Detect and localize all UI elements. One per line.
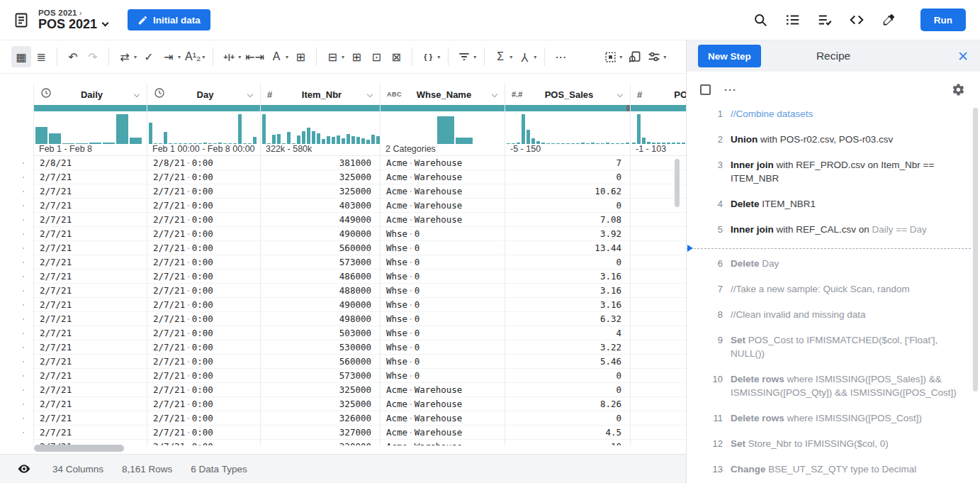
histogram-bar[interactable] [611, 143, 614, 144]
table-cell[interactable]: 3.16 [505, 284, 630, 298]
histogram-bar[interactable] [116, 114, 128, 144]
table-cell[interactable]: Acme·Warehouse [381, 156, 505, 170]
histogram-bar[interactable] [456, 138, 473, 144]
histogram-bar[interactable] [287, 132, 291, 144]
histogram-bar[interactable] [596, 143, 599, 144]
gear-icon[interactable] [950, 81, 967, 98]
table-cell[interactable] [631, 227, 686, 241]
breadcrumb[interactable]: POS 2021› [38, 9, 108, 17]
column-histogram[interactable] [147, 111, 260, 144]
list-icon[interactable] [784, 11, 801, 28]
functions-button[interactable]: { }▾ [418, 46, 442, 67]
histogram-bar[interactable] [272, 135, 276, 144]
histogram-bar[interactable] [626, 143, 629, 144]
table-cell[interactable]: Acme·Warehouse [381, 440, 505, 445]
histogram-bar[interactable] [164, 132, 167, 144]
recipe-step-10[interactable]: 10Delete rows where ISMISSING([POS_Sales… [687, 372, 980, 399]
table-cell[interactable]: 10.62 [505, 184, 630, 199]
row-handle[interactable] [0, 284, 33, 298]
column-header-pos_sales[interactable]: #.#POS_Sales [505, 84, 630, 105]
table-cell[interactable]: 0 [505, 170, 630, 184]
table-cell[interactable] [631, 326, 686, 340]
table-cell[interactable]: 2/7/21·0:00 [147, 298, 260, 312]
table-cell[interactable]: 0 [505, 369, 630, 383]
table-cell[interactable]: Acme·Warehouse [381, 383, 505, 397]
select-all-checkbox[interactable] [700, 84, 711, 95]
table-cell[interactable]: 381000 [261, 156, 380, 170]
histogram-bar[interactable] [586, 143, 590, 144]
histogram-bar[interactable] [571, 143, 575, 144]
table-cell[interactable]: 7.08 [505, 213, 630, 227]
table-cell[interactable] [631, 411, 686, 426]
table-cell[interactable]: 330000 [261, 440, 380, 445]
histogram-bar[interactable] [437, 116, 454, 144]
table-cell[interactable]: 2/7/21 [34, 369, 147, 383]
table-cell[interactable]: 2/7/21·0:00 [147, 369, 260, 383]
histogram-bar[interactable] [253, 137, 257, 144]
step-insert-marker[interactable] [687, 248, 971, 249]
lookup-button[interactable] [624, 46, 644, 67]
histogram-bar[interactable] [581, 143, 585, 144]
column-header-pos_qty[interactable]: #POS_Qty [631, 84, 686, 105]
histogram-bar[interactable] [302, 131, 305, 144]
histogram-bar[interactable] [262, 114, 266, 144]
histogram-bar[interactable] [682, 143, 685, 144]
split-column-button[interactable]: +|+▾ [219, 46, 243, 67]
column-menu-chevron-icon[interactable] [134, 91, 140, 97]
table-cell[interactable]: 2/7/21 [34, 213, 147, 227]
format-text-button[interactable]: A▾ [266, 46, 291, 67]
row-handle[interactable] [0, 270, 33, 284]
table-cell[interactable]: 560000 [261, 355, 380, 369]
close-icon[interactable]: ✕ [957, 50, 969, 63]
table-cell[interactable]: 7 [505, 156, 630, 170]
table-cell[interactable]: 573000 [261, 255, 380, 270]
eyedropper-icon[interactable] [880, 11, 897, 28]
table-cell[interactable]: 3.92 [505, 227, 630, 241]
redo-button[interactable]: ↷ [83, 46, 103, 67]
table-cell[interactable]: 2/7/21·0:00 [147, 284, 260, 298]
table-cell[interactable]: Acme·Warehouse [381, 170, 505, 184]
histogram-bar[interactable] [606, 143, 609, 144]
table-cell[interactable]: Whse·0 [381, 312, 505, 326]
table-cell[interactable]: 327000 [261, 426, 380, 440]
table-cell[interactable]: 2/7/21·0:00 [147, 170, 260, 184]
table-cell[interactable] [631, 397, 686, 411]
table-cell[interactable]: 2/7/21 [34, 411, 147, 426]
table-cell[interactable]: 4 [505, 326, 630, 340]
recipe-step-4[interactable]: 4Delete ITEM_NBR1 [687, 197, 980, 211]
histogram-bar[interactable] [351, 136, 355, 144]
table-cell[interactable]: Whse·0 [381, 298, 505, 312]
histogram-bar[interactable] [601, 143, 604, 144]
table-cell[interactable]: 6.32 [505, 312, 630, 326]
row-handle[interactable] [0, 298, 33, 312]
column-menu-chevron-icon[interactable] [492, 91, 497, 97]
table-cell[interactable]: 3.16 [505, 298, 630, 312]
table-cell[interactable]: 2/7/21·0:00 [147, 397, 260, 411]
table-cell[interactable]: Acme·Warehouse [381, 397, 505, 411]
recipe-step-1[interactable]: 1//Combine datasets [687, 107, 980, 121]
table-cell[interactable]: 325000 [261, 397, 380, 411]
column-header-whse_name[interactable]: ABCWhse_Name [381, 84, 505, 105]
histogram-bar[interactable] [366, 140, 370, 144]
histogram-bar[interactable] [342, 138, 345, 144]
table-cell[interactable]: 2/7/21·0:00 [147, 340, 260, 355]
row-handle[interactable] [0, 355, 33, 369]
table-cell[interactable] [631, 241, 686, 255]
unpivot-button[interactable]: ⊡ [366, 46, 386, 67]
table-cell[interactable]: 8.26 [505, 397, 630, 411]
column-histogram[interactable] [34, 111, 147, 144]
table-cell[interactable]: 488000 [261, 284, 380, 298]
recipe-step-3[interactable]: 3Inner join with REF_PROD.csv on Item_Nb… [687, 158, 980, 185]
histogram-bar[interactable] [667, 143, 670, 144]
run-button[interactable]: Run [920, 9, 966, 31]
table-cell[interactable]: 403000 [261, 199, 380, 213]
table-cell[interactable] [631, 440, 686, 445]
row-handle[interactable] [0, 383, 33, 397]
row-handle[interactable] [0, 170, 33, 184]
eye-icon[interactable] [16, 460, 33, 477]
table-cell[interactable]: Whse·0 [381, 241, 505, 255]
table-cell[interactable] [631, 312, 686, 326]
table-cell[interactable]: 0 [505, 199, 630, 213]
table-cell[interactable]: 0 [505, 411, 630, 426]
row-handle[interactable] [0, 184, 33, 199]
